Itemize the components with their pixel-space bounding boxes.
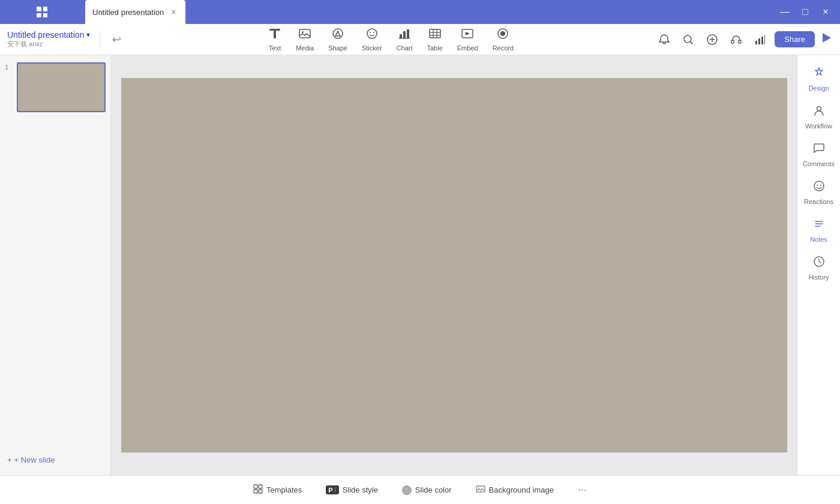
shape-icon xyxy=(331,27,344,43)
tool-embed[interactable]: Embed xyxy=(451,25,484,54)
tool-table[interactable]: Table xyxy=(421,25,448,54)
embed-icon xyxy=(461,27,474,43)
svg-point-35 xyxy=(817,185,818,186)
background-image-label: Background image xyxy=(489,485,554,494)
svg-rect-43 xyxy=(254,490,257,493)
svg-point-3 xyxy=(302,31,304,33)
sidebar-design-label: Design xyxy=(808,85,829,92)
tool-text[interactable]: Text xyxy=(262,25,287,54)
document-title[interactable]: Untitled presentation ▾ xyxy=(7,30,90,40)
svg-rect-9 xyxy=(403,31,406,38)
document-tab[interactable]: Untitled presentation × xyxy=(85,0,185,24)
slide-style-button[interactable]: P ⁞ Slide style xyxy=(319,482,385,498)
notes-icon xyxy=(812,217,826,233)
minimize-button[interactable]: — xyxy=(775,2,794,22)
tool-sticker[interactable]: Sticker xyxy=(356,25,388,54)
templates-button[interactable]: Templates xyxy=(246,481,309,500)
slide-style-icon: P ⁞ xyxy=(326,485,338,494)
text-icon xyxy=(268,27,281,43)
tool-table-label: Table xyxy=(427,44,442,52)
new-slide-button[interactable]: + + New slide xyxy=(5,452,106,468)
play-button[interactable] xyxy=(820,31,833,47)
sidebar-item-reactions[interactable]: Reactions xyxy=(797,173,840,211)
tool-media[interactable]: Media xyxy=(290,25,320,54)
tab-close-button[interactable]: × xyxy=(169,7,178,17)
more-options-button[interactable]: ··· xyxy=(571,480,594,500)
slide-color-icon xyxy=(402,485,412,495)
svg-rect-27 xyxy=(739,40,741,43)
svg-rect-1 xyxy=(274,31,276,38)
document-title-group: Untitled presentation ▾ 安下载 anxz xyxy=(7,30,90,49)
slide-number: 1 xyxy=(5,64,13,71)
svg-rect-41 xyxy=(254,485,257,488)
tool-shape-label: Shape xyxy=(328,44,347,52)
toolbar-left: Untitled presentation ▾ 安下载 anxz ↩ xyxy=(7,30,127,49)
table-icon xyxy=(428,27,442,43)
close-button[interactable]: × xyxy=(816,2,835,22)
chart-icon xyxy=(398,27,411,43)
apps-grid-icon xyxy=(37,7,47,17)
svg-rect-44 xyxy=(259,490,262,493)
more-icon: ··· xyxy=(578,484,587,496)
share-button[interactable]: Share xyxy=(775,31,815,47)
tool-embed-label: Embed xyxy=(457,44,478,52)
sidebar-notes-label: Notes xyxy=(810,236,827,243)
svg-rect-42 xyxy=(259,485,262,488)
window-controls: — □ × xyxy=(775,2,840,22)
background-image-button[interactable]: Background image xyxy=(469,481,561,499)
svg-point-33 xyxy=(817,107,821,111)
media-icon xyxy=(298,27,311,43)
sidebar-item-comments[interactable]: Comments xyxy=(797,136,840,173)
undo-button[interactable]: ↩ xyxy=(110,31,124,49)
sidebar-item-workflow[interactable]: Workflow xyxy=(797,98,840,136)
svg-line-22 xyxy=(691,41,693,44)
slide-panel: 1 + + New slide xyxy=(0,55,111,475)
comments-icon xyxy=(812,142,826,158)
notifications-button[interactable] xyxy=(655,30,674,49)
svg-rect-12 xyxy=(430,29,440,38)
workflow-icon xyxy=(812,104,826,120)
history-icon xyxy=(812,255,826,271)
reactions-icon xyxy=(812,179,826,196)
sidebar-history-label: History xyxy=(808,274,829,281)
tool-media-label: Media xyxy=(296,44,314,52)
templates-icon xyxy=(253,484,263,496)
sidebar-item-notes[interactable]: Notes xyxy=(797,211,840,249)
svg-point-7 xyxy=(373,32,374,33)
apps-button[interactable] xyxy=(0,0,84,24)
svg-rect-31 xyxy=(764,35,765,44)
sidebar-workflow-label: Workflow xyxy=(805,122,832,130)
svg-point-20 xyxy=(500,31,505,36)
svg-rect-2 xyxy=(299,29,310,38)
tool-sticker-label: Sticker xyxy=(362,44,382,52)
tool-chart[interactable]: Chart xyxy=(391,25,419,54)
slide-thumbnail[interactable] xyxy=(17,62,106,112)
title-bar: Untitled presentation × — □ × xyxy=(0,0,840,24)
svg-marker-18 xyxy=(466,32,470,35)
sticker-icon xyxy=(365,27,379,43)
search-button[interactable] xyxy=(679,30,698,49)
svg-rect-10 xyxy=(407,29,409,38)
document-subtitle: 安下载 anxz xyxy=(7,40,90,49)
canvas-area[interactable] xyxy=(111,55,797,475)
tool-record-label: Record xyxy=(493,44,514,52)
headphones-button[interactable] xyxy=(727,30,746,49)
add-button[interactable] xyxy=(703,30,722,49)
tool-chart-label: Chart xyxy=(397,44,413,52)
stats-button[interactable] xyxy=(751,30,770,49)
design-icon xyxy=(812,66,826,82)
slide-color-button[interactable]: Slide color xyxy=(395,482,459,499)
toolbar: Untitled presentation ▾ 安下载 anxz ↩ Text … xyxy=(0,24,840,55)
toolbar-right: Share xyxy=(655,30,833,49)
svg-rect-28 xyxy=(755,41,757,44)
svg-rect-0 xyxy=(269,29,280,31)
tool-shape[interactable]: Shape xyxy=(322,25,353,54)
svg-point-6 xyxy=(370,32,371,33)
slide-canvas[interactable] xyxy=(121,78,787,452)
svg-point-5 xyxy=(367,29,377,38)
tool-record[interactable]: Record xyxy=(487,25,520,54)
sidebar-item-design[interactable]: Design xyxy=(797,60,840,98)
maximize-button[interactable]: □ xyxy=(796,2,815,22)
slide-item[interactable]: 1 xyxy=(5,62,106,112)
sidebar-item-history[interactable]: History xyxy=(797,249,840,287)
